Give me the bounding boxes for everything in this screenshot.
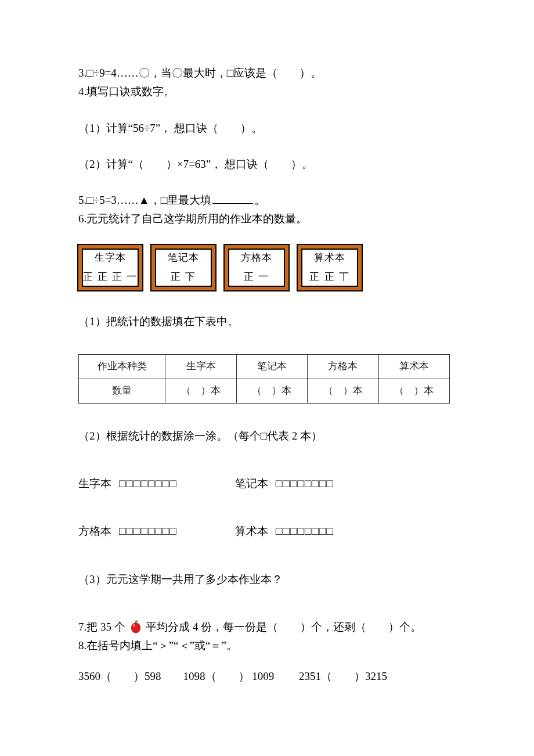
question-5: 5.□÷5=3……▲，□里最大填。 [78, 191, 456, 210]
table-header-cell: 作业本种类 [79, 355, 165, 379]
table-cell: （ ）本 [378, 379, 449, 403]
table-header-cell: 笔记本 [236, 355, 307, 379]
apple-icon [128, 619, 143, 634]
coloring-boxes: □□□□□□□□ [119, 522, 177, 541]
question-4-sub2: （2）计算“（ ）×7=63”， 想口诀（ ）。 [78, 155, 456, 174]
q5-post-text: 。 [254, 194, 265, 206]
statistics-table: 作业本种类 生字本 笔记本 方格本 算术本 数量 （ ）本 （ ）本 （ ）本 … [78, 354, 450, 404]
tally-box-name: 生字本 [95, 250, 126, 267]
svg-point-0 [132, 624, 135, 627]
coloring-label: 方格本 [78, 522, 119, 541]
tally-boxes-row: 生字本 正 正 正 一 笔记本 正 下 方格本 正 一 算术本 正 正 丅 [78, 245, 456, 290]
table-cell: （ ）本 [236, 379, 307, 403]
q7-post-text: 平均分成 4 份，每一份是（ ）个，还剩（ ）个。 [146, 621, 421, 633]
question-6-sub1: （1）把统计的数据填在下表中。 [78, 312, 456, 331]
table-header-cell: 方格本 [308, 355, 378, 379]
table-header-cell: 生字本 [165, 355, 236, 379]
coloring-label: 生字本 [78, 474, 119, 493]
question-3: 3.□÷9=4……〇，当〇最大时，□应该是（ ）。 [78, 64, 456, 82]
tally-box: 方格本 正 一 [225, 245, 288, 290]
q7-pre-text: 7.把 35 个 [78, 621, 125, 633]
table-row: 作业本种类 生字本 笔记本 方格本 算术本 [79, 355, 450, 379]
tally-box-marks: 正 正 正 一 [83, 269, 138, 286]
tally-box: 生字本 正 正 正 一 [78, 245, 142, 290]
coloring-boxes: □□□□□□□□ [119, 474, 177, 493]
tally-box: 笔记本 正 下 [151, 245, 215, 290]
tally-box-marks: 正 下 [171, 269, 196, 286]
coloring-boxes: □□□□□□□□ [276, 474, 334, 493]
tally-box-marks: 正 一 [244, 269, 269, 286]
question-6-sub3: （3）元元这学期一共用了多少本作业本？ [78, 570, 456, 589]
table-row: 数量 （ ）本 （ ）本 （ ）本 （ ）本 [79, 379, 450, 403]
blank-underline [212, 203, 253, 204]
question-6: 6.元元统计了自己这学期所用的作业本的数量。 [78, 210, 456, 228]
tally-box: 算术本 正 正 丅 [298, 245, 362, 290]
coloring-boxes: □□□□□□□□ [276, 522, 334, 541]
question-6-sub2: （2）根据统计的数据涂一涂。（每个□代表 2 本） [78, 427, 456, 445]
worksheet-page: 3.□÷9=4……〇，当〇最大时，□应该是（ ）。 4.填写口诀或数字。 （1）… [0, 0, 534, 756]
tally-box-name: 笔记本 [168, 250, 199, 267]
question-4: 4.填写口诀或数字。 [78, 82, 456, 101]
table-header-cell: 算术本 [378, 355, 449, 379]
coloring-label: 算术本 [235, 522, 276, 541]
tally-box-marks: 正 正 丅 [309, 269, 350, 286]
q5-pre-text: 5.□÷5=3……▲，□里最大填 [78, 194, 211, 206]
svg-rect-1 [135, 621, 136, 623]
question-8-line: 3560（ ）598 1098（ ） 1009 2351（ ）3215 [78, 667, 456, 686]
table-cell: 数量 [79, 379, 165, 403]
coloring-label: 笔记本 [235, 474, 276, 493]
table-cell: （ ）本 [165, 379, 236, 403]
question-8: 8.在括号内填上“＞”“＜”或“＝”。 [78, 636, 456, 655]
table-cell: （ ）本 [308, 379, 378, 403]
tally-box-name: 方格本 [241, 250, 272, 267]
coloring-line: 生字本 □□□□□□□□ 笔记本 □□□□□□□□ [78, 474, 456, 493]
coloring-grid: 生字本 □□□□□□□□ 笔记本 □□□□□□□□ 方格本 □□□□□□□□ 算… [78, 474, 456, 541]
question-7: 7.把 35 个 平均分成 4 份，每一份是（ ）个，还剩（ ）个。 [78, 618, 456, 636]
question-4-sub1: （1）计算“56÷7”， 想口诀（ ）。 [78, 119, 456, 138]
tally-box-name: 算术本 [314, 250, 345, 267]
coloring-line: 方格本 □□□□□□□□ 算术本 □□□□□□□□ [78, 522, 456, 541]
